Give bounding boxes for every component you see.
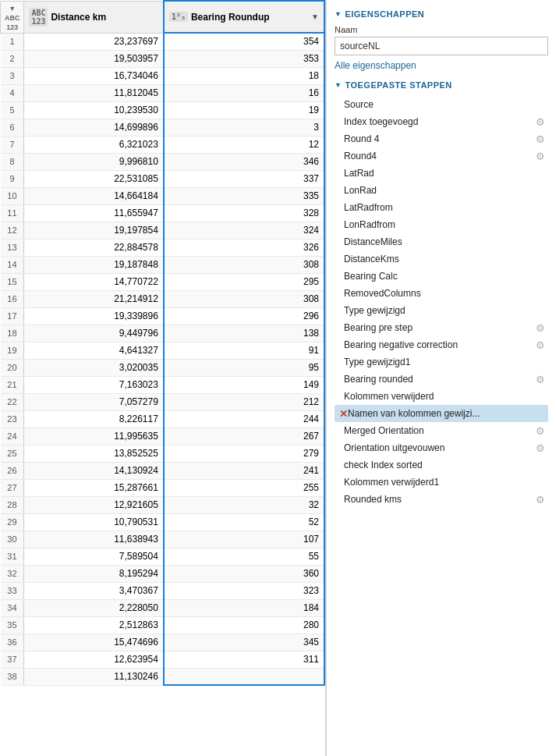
distance-cell: 9,996810 xyxy=(24,153,164,170)
row-number: 24 xyxy=(1,428,24,445)
step-item[interactable]: Merged Orientation⚙ xyxy=(335,422,548,439)
step-label: Source xyxy=(344,99,545,110)
distance-cell: 8,195294 xyxy=(24,565,164,582)
bearing-cell: 107 xyxy=(164,531,324,548)
bearing-cell: 255 xyxy=(164,479,324,496)
eigenschappen-section-title: ▼ EIGENSCHAPPEN xyxy=(335,9,548,19)
row-number: 18 xyxy=(1,325,24,342)
step-item[interactable]: LatRadfrom xyxy=(335,199,548,216)
row-number: 16 xyxy=(1,290,24,307)
step-item[interactable]: Type gewijzigd xyxy=(335,302,548,319)
step-item[interactable]: Round 4⚙ xyxy=(335,130,548,147)
step-item[interactable]: DistanceMiles xyxy=(335,233,548,250)
distance-cell: 22,884578 xyxy=(24,239,164,256)
step-item[interactable]: DistanceKms xyxy=(335,250,548,268)
distance-cell: 12,921605 xyxy=(24,496,164,513)
step-item[interactable]: Kolommen verwijderd xyxy=(335,388,548,405)
step-item[interactable]: Bearing Calc xyxy=(335,268,548,285)
distance-cell: 23,237697 xyxy=(24,33,164,50)
bearing-roundup-header[interactable]: 1²₃ Bearing Roundup ▼ xyxy=(164,1,324,33)
step-item[interactable]: ✕Namen van kolommen gewijzi... xyxy=(335,405,548,422)
step-gear-icon[interactable]: ⚙ xyxy=(536,116,545,128)
bearing-cell: 323 xyxy=(164,582,324,599)
distance-cell: 3,020035 xyxy=(24,359,164,376)
step-item[interactable]: LatRad xyxy=(335,165,548,182)
step-item[interactable]: Source xyxy=(335,96,548,113)
data-table: ▼ABC123 ABC123 Distance km 1²₃ Bearing R… xyxy=(0,0,325,686)
distance-cell: 14,664184 xyxy=(24,187,164,204)
step-item[interactable]: Type gewijzigd1 xyxy=(335,353,548,371)
distance-cell: 2,512863 xyxy=(24,616,164,634)
distance-km-header[interactable]: ABC123 Distance km xyxy=(24,1,164,33)
step-label: Type gewijzigd1 xyxy=(344,357,545,367)
distance-cell: 21,214912 xyxy=(24,290,164,307)
bearing-type-icon: 1²₃ xyxy=(169,12,188,22)
step-item[interactable]: Bearing rounded⚙ xyxy=(335,371,548,388)
step-label: LatRadfrom xyxy=(344,202,545,213)
naam-input[interactable] xyxy=(335,37,548,55)
alle-eigenschappen-link[interactable]: Alle eigenschappen xyxy=(335,60,548,71)
distance-cell: 11,655947 xyxy=(24,204,164,222)
bearing-cell: 55 xyxy=(164,548,324,565)
step-item[interactable]: RemovedColumns xyxy=(335,285,548,302)
eigenschappen-triangle: ▼ xyxy=(335,10,342,18)
bearing-cell: 345 xyxy=(164,634,324,651)
naam-label: Naam xyxy=(335,25,548,34)
step-gear-icon[interactable]: ⚙ xyxy=(536,322,545,334)
bearing-cell: 326 xyxy=(164,239,324,256)
row-number: 13 xyxy=(1,239,24,256)
step-label: Type gewijzigd xyxy=(344,305,545,316)
bearing-cell: 328 xyxy=(164,204,324,222)
step-gear-icon[interactable]: ⚙ xyxy=(536,442,545,454)
step-gear-icon[interactable]: ⚙ xyxy=(536,425,545,437)
step-label: Kolommen verwijderd xyxy=(344,391,545,402)
step-gear-icon[interactable]: ⚙ xyxy=(536,339,545,351)
row-number: 25 xyxy=(1,445,24,462)
step-gear-icon[interactable]: ⚙ xyxy=(536,151,545,162)
row-number: 29 xyxy=(1,513,24,531)
step-item[interactable]: LonRad xyxy=(335,182,548,199)
bearing-cell: 16 xyxy=(164,84,324,101)
step-item[interactable]: LonRadfrom xyxy=(335,216,548,233)
step-label: Rounded kms xyxy=(344,494,533,505)
step-item[interactable]: Bearing negative correction⚙ xyxy=(335,336,548,353)
step-label: Bearing rounded xyxy=(344,374,533,385)
step-gear-icon[interactable]: ⚙ xyxy=(536,494,545,506)
step-item[interactable]: Round4⚙ xyxy=(335,147,548,165)
distance-cell: 3,470367 xyxy=(24,582,164,599)
distance-cell: 11,812045 xyxy=(24,84,164,101)
step-item[interactable]: Index toegevoegd⚙ xyxy=(335,113,548,130)
distance-cell: 12,623954 xyxy=(24,651,164,668)
steps-container: SourceIndex toegevoegd⚙Round 4⚙Round4⚙La… xyxy=(335,96,548,508)
table-scroll-area[interactable]: ▼ABC123 ABC123 Distance km 1²₃ Bearing R… xyxy=(0,0,325,756)
distance-cell: 13,852525 xyxy=(24,445,164,462)
step-item[interactable]: Kolommen verwijderd1 xyxy=(335,474,548,491)
row-number: 22 xyxy=(1,393,24,410)
bearing-cell: 353 xyxy=(164,50,324,67)
step-item[interactable]: Bearing pre step⚙ xyxy=(335,319,548,336)
row-number: 38 xyxy=(1,668,24,685)
step-label: Namen van kolommen gewijzi... xyxy=(348,408,545,419)
step-gear-icon[interactable]: ⚙ xyxy=(536,374,545,385)
row-number: 11 xyxy=(1,204,24,222)
step-label: LatRad xyxy=(344,168,545,179)
eigenschappen-title: EIGENSCHAPPEN xyxy=(345,9,424,19)
step-gear-icon[interactable]: ⚙ xyxy=(536,133,545,145)
step-label: LonRadfrom xyxy=(344,219,545,230)
row-number: 27 xyxy=(1,479,24,496)
distance-cell: 10,239530 xyxy=(24,101,164,119)
bearing-cell: 308 xyxy=(164,290,324,307)
distance-cell: 19,187848 xyxy=(24,256,164,273)
bearing-dropdown-arrow[interactable]: ▼ xyxy=(311,12,319,21)
step-x-icon[interactable]: ✕ xyxy=(339,408,348,420)
step-item[interactable]: Orientation uitgevouwen⚙ xyxy=(335,439,548,456)
row-num-header: ▼ABC123 xyxy=(1,1,24,33)
distance-cell: 4,641327 xyxy=(24,342,164,359)
step-item[interactable]: Rounded kms⚙ xyxy=(335,491,548,508)
step-item[interactable]: check Index sorted xyxy=(335,456,548,474)
row-number: 6 xyxy=(1,119,24,136)
row-number: 19 xyxy=(1,342,24,359)
right-panel: ▼ EIGENSCHAPPEN Naam Alle eigenschappen … xyxy=(326,0,556,756)
bearing-cell: 335 xyxy=(164,187,324,204)
step-label: Orientation uitgevouwen xyxy=(344,442,533,453)
